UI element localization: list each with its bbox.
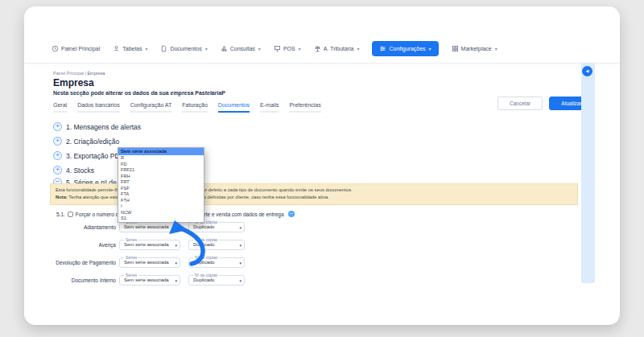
tab-dados-bancarios[interactable]: Dados bancários	[77, 102, 120, 113]
copies-select[interactable]: Nº de cópias Duplicado ▾	[188, 257, 245, 268]
chevron-down-icon: ▾	[175, 225, 177, 230]
chevron-down-icon: ▾	[239, 225, 242, 230]
tab-documentos[interactable]: Documentos	[218, 102, 250, 113]
expand-plus-icon[interactable]: +	[53, 122, 62, 131]
series-dropdown-list: Sem série associada R FD FRF21 FRH FRT F…	[118, 147, 204, 223]
select-value: Sem série associada	[120, 276, 180, 286]
section-criacao-edicao[interactable]: + 2. Criação/edição	[53, 137, 119, 146]
row-number: 5.1.	[56, 212, 65, 217]
dropdown-option[interactable]: FTH	[118, 198, 204, 204]
chevron-down-icon: ▾	[495, 46, 497, 51]
notice-prefix: Nota:	[56, 195, 68, 199]
dropdown-option[interactable]: FRH	[118, 174, 204, 180]
panel-collapse-button[interactable]: ◀	[582, 66, 592, 76]
settings-tabs: Geral Dados bancários Configuração AT Fa…	[53, 102, 321, 113]
field-label: Séries	[124, 273, 138, 277]
dropdown-option[interactable]: R	[118, 155, 204, 162]
document-icon	[160, 45, 167, 52]
clock-icon	[52, 45, 59, 52]
chevron-down-icon: ▾	[145, 46, 147, 51]
dropdown-option[interactable]: S1	[118, 216, 204, 222]
series-select[interactable]: Séries Sem série associada ▾	[119, 257, 180, 268]
nav-configuracoes[interactable]: Configurações ▾	[372, 41, 438, 56]
select-value: Duplicado	[189, 240, 244, 250]
chevron-down-icon: ▾	[239, 278, 242, 283]
force-copies-checkbox[interactable]	[68, 212, 73, 217]
select-value: Sem série associada	[120, 240, 180, 250]
nav-label: Configurações	[389, 46, 425, 51]
row-documento-interno: Documento Interno Séries Sem série assoc…	[48, 275, 245, 286]
dropdown-option[interactable]: FD	[118, 162, 204, 168]
dropdown-option[interactable]: FRF21	[118, 167, 204, 174]
info-icon[interactable]: −	[288, 211, 295, 217]
dropdown-option[interactable]: FSF	[118, 186, 204, 192]
nav-painel-principal[interactable]: Painel Principal	[52, 45, 100, 52]
grid-icon	[452, 45, 459, 52]
row-label: Devolução de Pagamento	[48, 260, 118, 265]
breadcrumb-separator: |	[85, 71, 85, 76]
field-label: Nº de cópias	[193, 238, 219, 242]
pos-monitor-icon	[274, 45, 281, 52]
tab-geral[interactable]: Geral	[53, 102, 67, 113]
series-select[interactable]: Séries Sem série associada ▾	[119, 222, 180, 232]
chevron-down-icon: ▾	[357, 46, 359, 51]
nav-consultas[interactable]: Consultas ▾	[221, 45, 261, 52]
field-label: Séries	[124, 238, 138, 242]
chevron-down-icon: ▾	[299, 46, 301, 51]
section-mensagens-alertas[interactable]: + 1. Mensagens de alertas	[53, 122, 141, 131]
chevron-down-icon: ▾	[175, 243, 177, 248]
page-subtitle: Nesta secção pode alterar os dados da su…	[53, 90, 225, 96]
nav-pos[interactable]: POS ▾	[274, 45, 301, 52]
dropdown-option[interactable]: FTA	[118, 191, 204, 198]
select-value: Duplicado	[189, 258, 244, 268]
dropdown-selected-option[interactable]: Sem série associada	[118, 148, 204, 155]
tab-faturacao[interactable]: Faturação	[182, 102, 208, 113]
section-exportacao-pdf[interactable]: + 3. Exportação PDF	[53, 151, 124, 160]
nav-label: A. Tributária	[324, 46, 354, 51]
dropdown-option[interactable]: FRT	[118, 179, 204, 186]
section-label: 1. Mensagens de alertas	[66, 123, 141, 131]
row-avenca: Avença Séries Sem série associada ▾ Nº d…	[48, 240, 245, 250]
section-label: 4. Stocks	[66, 166, 94, 175]
field-label: Séries	[124, 256, 138, 260]
nav-documentos[interactable]: Documentos ▾	[160, 45, 207, 52]
tab-emails[interactable]: E-mails	[260, 102, 279, 113]
chevron-down-icon: ▾	[258, 46, 261, 51]
copies-select[interactable]: Nº de cópias Duplicado ▾	[188, 240, 245, 250]
series-select[interactable]: Séries Sem série associada ▾	[119, 275, 180, 286]
tax-balance-icon	[314, 45, 321, 52]
nav-tabelas[interactable]: Tabelas ▾	[113, 45, 147, 52]
series-select[interactable]: Séries Sem série associada ▾	[119, 240, 180, 250]
dropdown-option[interactable]: I	[118, 203, 204, 210]
chevron-down-icon: ▾	[175, 278, 177, 283]
header-divider	[24, 63, 620, 64]
scrollbar-track[interactable]	[581, 63, 595, 283]
section-label: 2. Criação/edição	[66, 138, 119, 146]
nav-marketplace[interactable]: Marketplace ▾	[452, 45, 497, 52]
section-stocks[interactable]: + 4. Stocks	[53, 166, 94, 175]
dropdown-option[interactable]: NCW	[118, 210, 204, 216]
row-label: Documento Interno	[48, 277, 118, 283]
tab-preferencias[interactable]: Preferências	[289, 102, 320, 113]
breadcrumb-current: Empresa	[87, 71, 105, 76]
nav-label: POS	[283, 46, 295, 51]
sliders-icon	[379, 45, 386, 52]
copies-select[interactable]: Nº de cópias Duplicado ▾	[188, 222, 245, 232]
chevron-down-icon: ▾	[239, 243, 242, 248]
cancel-button[interactable]: Cancelar	[497, 97, 543, 110]
tab-configuracao-at[interactable]: Configuração AT	[130, 102, 172, 113]
chevron-down-icon: ▾	[175, 261, 177, 265]
chevron-down-icon: ▾	[429, 46, 431, 51]
copies-select[interactable]: Nº de cópias Duplicado ▾	[188, 275, 245, 286]
expand-plus-icon[interactable]: +	[53, 151, 62, 160]
bar-chart-icon	[221, 45, 228, 52]
chevron-down-icon: ▾	[205, 46, 208, 51]
expand-plus-icon[interactable]: +	[53, 166, 62, 175]
breadcrumb-home[interactable]: Painel Principal	[53, 71, 84, 76]
row-label: Avença	[48, 242, 118, 248]
nav-a-tributaria[interactable]: A. Tributária ▾	[314, 45, 360, 52]
row-label: Adiantamento	[48, 224, 118, 230]
breadcrumb: Painel Principal | Empresa	[53, 71, 105, 76]
expand-plus-icon[interactable]: +	[53, 137, 62, 146]
user-icon	[113, 45, 120, 52]
